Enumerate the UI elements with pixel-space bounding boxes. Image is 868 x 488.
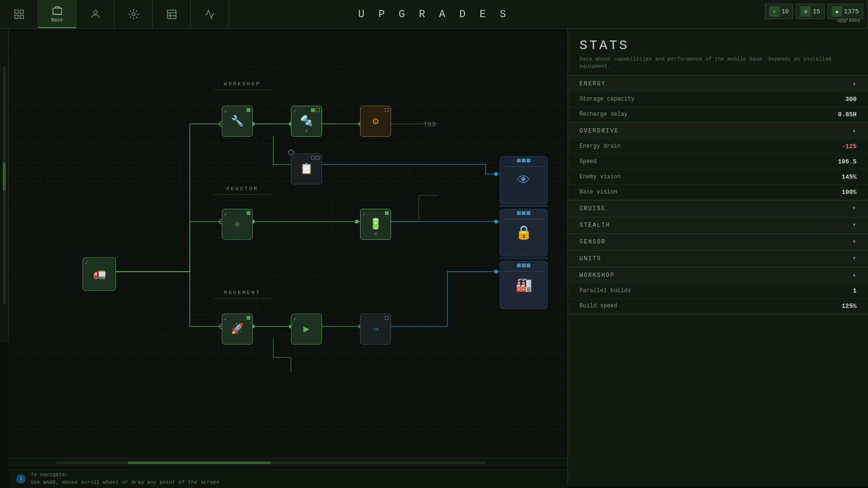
resource-gear: ⚙ 15: [796, 4, 825, 19]
enemy-vision-label: Enemy vision: [579, 173, 620, 180]
left-scrollbar[interactable]: [0, 29, 9, 343]
workshop-node-4[interactable]: 📋: [291, 153, 322, 184]
info-body: Use WASD, mouse scroll wheel or drag any…: [31, 479, 219, 486]
parallel-builds-label: Parallel builds: [579, 287, 631, 294]
enemy-vision-value: 145%: [842, 173, 857, 181]
energy-drain-label: Energy drain: [579, 143, 620, 150]
cruise-chevron: ▼: [853, 206, 857, 211]
base-vision-value: 100%: [842, 189, 857, 196]
start-node-icon: 🚛: [93, 268, 106, 281]
storage-capacity-value: 300: [846, 96, 857, 103]
movement-icon-2: ▶: [303, 323, 310, 336]
scroll-track: [3, 67, 6, 305]
gear-icon: ⚙: [800, 6, 811, 17]
storage-capacity-row: Storage capacity 300: [568, 92, 868, 107]
node-squares-r1: [247, 211, 250, 215]
svg-rect-1: [20, 10, 23, 13]
reactor-node-2[interactable]: ✓ 🔋 ✕: [360, 209, 391, 240]
section-movement: MOVEMENT: [214, 290, 271, 295]
tech-divider-1: [504, 166, 543, 167]
overdrive-section-header[interactable]: OVERDRIVE ▲: [568, 123, 868, 139]
check-icon-r2: ✓: [362, 211, 366, 217]
node-squares-w2: [311, 108, 320, 112]
movement-divider: [214, 298, 271, 299]
build-speed-label: Build speed: [579, 303, 617, 309]
workshop-node-3[interactable]: ⚙️: [360, 106, 391, 137]
units-label: UNITS: [579, 255, 601, 262]
scroll-thumb-h[interactable]: [128, 461, 271, 464]
stat-section-sensor: SENSOR ▼: [568, 234, 868, 251]
energy-drain-value: -125: [842, 143, 857, 150]
svg-rect-8: [167, 10, 176, 19]
sq-blue: [522, 211, 526, 215]
nav-item-base[interactable]: Base: [38, 0, 76, 28]
energy-label: ENERGY: [579, 81, 606, 87]
section-workshop: WORKSHOP: [214, 81, 271, 87]
stats-title: STATS: [579, 38, 857, 53]
storage-capacity-label: Storage capacity: [579, 96, 634, 102]
stats-panel: STATS Data about capabilities and perfor…: [568, 29, 868, 486]
check-icon: ✓: [85, 260, 88, 266]
cruise-section-header[interactable]: CRUISE ▼: [568, 201, 868, 217]
cancel-icon-r2[interactable]: ✕: [374, 230, 377, 237]
sq-blue: [527, 211, 530, 215]
resource-currency: ◆ 1375: [827, 4, 863, 19]
workshop-node-1[interactable]: ✓ 🔧: [222, 106, 253, 137]
check-icon-r1: ✓: [224, 211, 227, 217]
parallel-builds-value: 1: [853, 287, 857, 295]
sq: [316, 108, 320, 112]
node-squares-r2: [385, 211, 389, 215]
sq-blue: [522, 264, 526, 267]
tech-icon-2: 🔒: [516, 224, 532, 241]
node-squares-m3: [385, 316, 389, 320]
movement-node-1[interactable]: ✓ 🚀: [222, 314, 253, 345]
stat-section-overdrive: OVERDRIVE ▲ Energy drain -125 Speed 106.…: [568, 123, 868, 201]
info-icon: ℹ: [16, 474, 26, 484]
sq-blue: [517, 159, 521, 163]
workshop-section-header[interactable]: WORKSHOP ▲: [568, 267, 868, 284]
sq: [247, 211, 250, 215]
speed-row: Speed 106.5: [568, 154, 868, 170]
units-section-header[interactable]: UNITS ▼: [568, 251, 868, 267]
node-squares-w3: [385, 108, 389, 112]
nav-item-table[interactable]: [153, 0, 191, 28]
cancel-icon-w2[interactable]: ✕: [305, 127, 308, 134]
reactor-icon-1: ⚛️: [234, 218, 240, 231]
svg-rect-3: [20, 15, 23, 19]
stat-section-cruise: CRUISE ▼: [568, 201, 868, 217]
nav-item-grid[interactable]: [0, 0, 38, 28]
tech-divider-gap-1: [500, 205, 548, 207]
workshop-icon-1: 🔧: [231, 115, 244, 128]
energy-section-header[interactable]: ENERGY ▲: [568, 76, 868, 92]
sq: [316, 156, 320, 160]
scroll-thumb[interactable]: [3, 162, 6, 191]
info-title: To navigate:: [31, 471, 219, 478]
nav-item-chart[interactable]: [191, 0, 229, 28]
tech-node-2[interactable]: 🔒: [500, 209, 548, 256]
gear-value: 15: [813, 8, 820, 15]
workshop-icon-3: ⚙️: [372, 115, 379, 128]
workshop-node-2[interactable]: ✓ 🔩 ✕: [291, 106, 322, 137]
enemy-vision-row: Enemy vision 145%: [568, 170, 868, 185]
reactor-node-1[interactable]: ✓ ⚛️: [222, 209, 253, 240]
nav-item-tech[interactable]: [114, 0, 153, 28]
tech-node-1[interactable]: 👁: [500, 156, 548, 204]
page-title: U P G R A D E S: [358, 0, 510, 29]
info-bar: ℹ To navigate: Use WASD, mouse scroll wh…: [9, 469, 568, 488]
movement-node-3[interactable]: ⇒: [360, 314, 391, 345]
nav-item-units[interactable]: [76, 0, 114, 28]
movement-icon-3: ⇒: [372, 323, 379, 336]
svg-rect-0: [15, 10, 18, 13]
sensor-section-header[interactable]: SENSOR ▼: [568, 234, 868, 250]
stealth-section-header[interactable]: STEALTH ▼: [568, 217, 868, 234]
movement-node-2[interactable]: ✓ ▶: [291, 314, 322, 345]
tbd-label: TBD: [424, 122, 437, 128]
tech-node-3[interactable]: 🏭: [500, 261, 548, 309]
sq: [311, 108, 315, 112]
bottom-scrollbar[interactable]: [9, 458, 568, 467]
top-navigation: Base Upgrades U P G R A D E S: [0, 0, 868, 29]
check-icon-w2: ✓: [293, 108, 297, 114]
start-node[interactable]: ✓ 🚛: [83, 257, 116, 291]
upgrade-canvas[interactable]: WORKSHOP REACTOR MOVEMENT TBD ✓ 🚛 ✓ 🔧 ✓ …: [9, 29, 568, 467]
sq: [247, 316, 250, 320]
